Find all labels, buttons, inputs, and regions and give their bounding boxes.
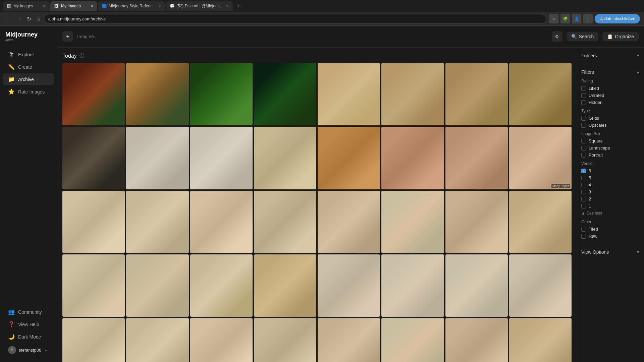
checkbox-v1[interactable]: 1	[581, 202, 640, 209]
checkbox-v2[interactable]: 2	[581, 195, 640, 202]
table-row[interactable]	[62, 127, 125, 189]
home-button[interactable]: ⌂	[35, 14, 41, 23]
organize-button[interactable]: 📋 Organize	[602, 32, 639, 41]
checkbox-raw[interactable]: Raw	[581, 233, 640, 240]
tab-2[interactable]: 🖼 My Images ×	[50, 1, 97, 11]
table-row[interactable]	[62, 254, 125, 317]
table-row[interactable]	[254, 127, 316, 189]
compose-button[interactable]: +	[62, 31, 73, 42]
table-row[interactable]	[509, 63, 572, 125]
table-row[interactable]	[254, 318, 316, 362]
filters-header[interactable]: Filters ▲	[581, 68, 640, 76]
table-row[interactable]	[254, 191, 316, 253]
profile-button[interactable]: 👤	[572, 14, 581, 23]
tiled-checkbox[interactable]	[581, 227, 586, 232]
section-info-icon[interactable]: ⓘ	[79, 53, 84, 59]
user-row[interactable]: S stefanstp08 ···	[3, 343, 54, 357]
table-row[interactable]: Moby Popes	[509, 127, 572, 189]
table-row[interactable]	[318, 254, 380, 317]
table-row[interactable]	[381, 254, 444, 317]
v2-checkbox[interactable]	[581, 197, 586, 201]
table-row[interactable]	[62, 63, 125, 125]
checkbox-v4[interactable]: 4	[581, 181, 640, 188]
liked-checkbox[interactable]	[581, 86, 586, 91]
see-less-button[interactable]: ▲ See less	[581, 209, 640, 217]
table-row[interactable]	[381, 191, 444, 253]
v3-checkbox[interactable]	[581, 190, 586, 194]
v4-checkbox[interactable]	[581, 183, 586, 187]
table-row[interactable]	[254, 63, 316, 125]
table-row[interactable]	[509, 318, 572, 362]
table-row[interactable]	[126, 127, 189, 189]
sidebar-item-create[interactable]: ✏️ Create	[3, 61, 54, 73]
tab-4-close[interactable]: ×	[226, 3, 229, 9]
bookmark-button[interactable]: ☆	[549, 14, 558, 23]
table-row[interactable]	[509, 254, 572, 317]
table-row[interactable]	[126, 318, 189, 362]
hidden-checkbox[interactable]	[581, 100, 586, 105]
table-row[interactable]	[318, 63, 380, 125]
v1-checkbox[interactable]	[581, 204, 586, 208]
table-row[interactable]	[318, 127, 380, 189]
table-row[interactable]	[190, 254, 253, 317]
sidebar-item-dark-mode[interactable]: 🌙 Dark Mode	[3, 331, 54, 343]
checkbox-landscape[interactable]: Landscape	[581, 144, 640, 152]
table-row[interactable]	[445, 254, 508, 317]
table-row[interactable]	[381, 127, 444, 189]
table-row[interactable]	[381, 318, 444, 362]
checkbox-unrated[interactable]: Unrated	[581, 92, 640, 99]
search-button[interactable]: 🔍 Search	[567, 32, 598, 41]
checkbox-hidden[interactable]: Hidden	[581, 99, 640, 106]
landscape-checkbox[interactable]	[581, 146, 586, 150]
sidebar-item-archive[interactable]: 📁 Archive	[3, 73, 54, 85]
table-row[interactable]	[445, 127, 508, 189]
v5-checkbox[interactable]	[581, 176, 586, 180]
tab-1-close[interactable]: ×	[43, 3, 46, 9]
folders-header[interactable]: Folders ▼	[581, 52, 640, 60]
portrait-checkbox[interactable]	[581, 153, 586, 158]
table-row[interactable]	[445, 63, 508, 125]
grids-checkbox[interactable]	[581, 116, 586, 121]
tab-3-close[interactable]: ×	[158, 3, 161, 9]
checkbox-grids[interactable]: Grids	[581, 115, 640, 122]
filter-button[interactable]: ⚙	[552, 31, 562, 42]
table-row[interactable]	[381, 63, 444, 125]
table-row[interactable]	[318, 191, 380, 253]
checkbox-square[interactable]: Square	[581, 137, 640, 144]
sidebar-item-community[interactable]: 👥 Community	[3, 306, 54, 318]
sidebar-item-rate[interactable]: ⭐ Rate Images	[3, 86, 54, 98]
table-row[interactable]	[190, 127, 253, 189]
checkbox-v6[interactable]: ✓ 6	[581, 167, 640, 174]
table-row[interactable]	[190, 63, 253, 125]
table-row[interactable]	[126, 63, 189, 125]
table-row[interactable]	[254, 254, 316, 317]
checkbox-tiled[interactable]: Tiled	[581, 226, 640, 233]
sidebar-item-help[interactable]: ❓ View Help	[3, 318, 54, 330]
v6-checkbox[interactable]: ✓	[581, 169, 586, 173]
square-checkbox[interactable]	[581, 139, 586, 143]
update-button[interactable]: Update abschließen	[595, 14, 640, 23]
menu-button[interactable]: ⋮	[583, 14, 593, 23]
checkbox-v5[interactable]: 5	[581, 174, 640, 181]
table-row[interactable]	[62, 318, 125, 362]
table-row[interactable]	[62, 191, 125, 253]
tab-2-close[interactable]: ×	[91, 3, 93, 9]
view-options-header[interactable]: View Options ▼	[581, 248, 640, 256]
table-row[interactable]	[126, 191, 189, 253]
forward-button[interactable]: →	[15, 14, 23, 23]
table-row[interactable]	[190, 191, 253, 253]
table-row[interactable]	[445, 318, 508, 362]
extensions-button[interactable]: 🧩	[560, 14, 570, 23]
back-button[interactable]: ←	[4, 14, 12, 23]
user-more-icon[interactable]: ···	[45, 347, 49, 353]
tab-3[interactable]: 🟦 Midjourney Style Reference ×	[98, 1, 165, 11]
upscales-checkbox[interactable]	[581, 123, 586, 128]
new-tab-button[interactable]: +	[233, 1, 243, 11]
checkbox-liked[interactable]: Liked	[581, 85, 640, 92]
sidebar-item-explore[interactable]: 🔭 Explore	[3, 49, 54, 60]
table-row[interactable]	[190, 318, 253, 362]
prompt-input[interactable]	[77, 30, 548, 43]
table-row[interactable]	[318, 318, 380, 362]
unrated-checkbox[interactable]	[581, 93, 586, 98]
checkbox-upscales[interactable]: Upscales	[581, 122, 640, 129]
